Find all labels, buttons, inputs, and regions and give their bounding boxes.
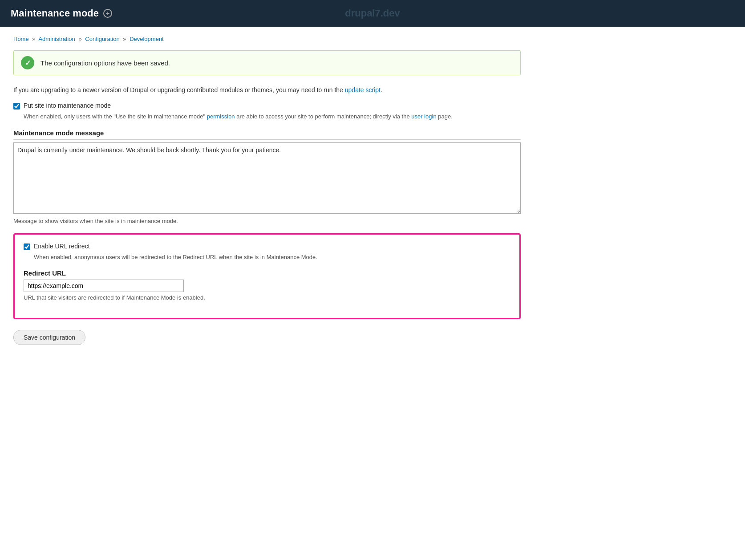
permission-link[interactable]: permission <box>207 113 235 120</box>
breadcrumb-sep-2: » <box>78 36 81 42</box>
redirect-url-field-description: URL that site visitors are redirected to… <box>24 294 510 301</box>
status-check-icon <box>21 56 34 69</box>
breadcrumb-home[interactable]: Home <box>13 36 29 42</box>
maintenance-mode-row: Put site into maintenance mode <box>13 102 521 110</box>
maintenance-mode-checkbox[interactable] <box>13 103 20 110</box>
breadcrumb: Home » Administration » Configuration » … <box>13 36 521 42</box>
title-text: Maintenance mode <box>11 8 99 19</box>
description-text-before: If you are upgrading to a newer version … <box>13 86 345 93</box>
page-title: Maintenance mode + <box>11 8 112 19</box>
redirect-url-label: Redirect URL <box>24 269 510 277</box>
description-text-after: . <box>381 86 382 93</box>
breadcrumb-development[interactable]: Development <box>130 36 164 42</box>
url-redirect-checkbox[interactable] <box>24 243 30 250</box>
status-message-text: The configuration options have been save… <box>40 59 170 67</box>
maintenance-desc-after: page. <box>437 113 453 120</box>
maintenance-message-wrapper: Drupal is currently under maintenance. W… <box>13 142 521 215</box>
maintenance-desc-middle: are able to access your site to perform … <box>235 113 373 120</box>
save-configuration-button[interactable]: Save configuration <box>13 330 85 345</box>
breadcrumb-sep-3: » <box>123 36 126 42</box>
breadcrumb-configuration[interactable]: Configuration <box>85 36 119 42</box>
maintenance-message-description: Message to show visitors when the site i… <box>13 218 521 224</box>
main-content: Home » Administration » Configuration » … <box>0 27 534 354</box>
status-message-box: The configuration options have been save… <box>13 50 521 75</box>
description-paragraph: If you are upgrading to a newer version … <box>13 85 521 95</box>
breadcrumb-sep-1: » <box>32 36 35 42</box>
breadcrumb-administration[interactable]: Administration <box>38 36 75 42</box>
maintenance-message-section-label: Maintenance mode message <box>13 129 521 140</box>
maintenance-mode-label[interactable]: Put site into maintenance mode <box>24 102 111 109</box>
maintenance-desc-before: When enabled, only users with the "Use t… <box>24 113 207 120</box>
maintenance-message-textarea[interactable]: Drupal is currently under maintenance. W… <box>13 142 521 214</box>
url-redirect-label[interactable]: Enable URL redirect <box>34 243 90 250</box>
page-header: Maintenance mode + drupal7.dev <box>0 0 745 27</box>
url-redirect-box: Enable URL redirect When enabled, anonym… <box>13 233 521 320</box>
url-redirect-row: Enable URL redirect <box>24 243 510 250</box>
maintenance-mode-description: When enabled, only users with the "Use t… <box>24 112 521 121</box>
redirect-url-input[interactable]: https://example.com <box>24 280 184 292</box>
user-login-link[interactable]: user login <box>411 113 436 120</box>
add-shortcut-icon[interactable]: + <box>103 9 112 18</box>
site-name: drupal7.dev <box>345 8 400 19</box>
update-script-link[interactable]: update script <box>345 86 381 93</box>
url-redirect-description: When enabled, anonymous users will be re… <box>34 253 510 262</box>
